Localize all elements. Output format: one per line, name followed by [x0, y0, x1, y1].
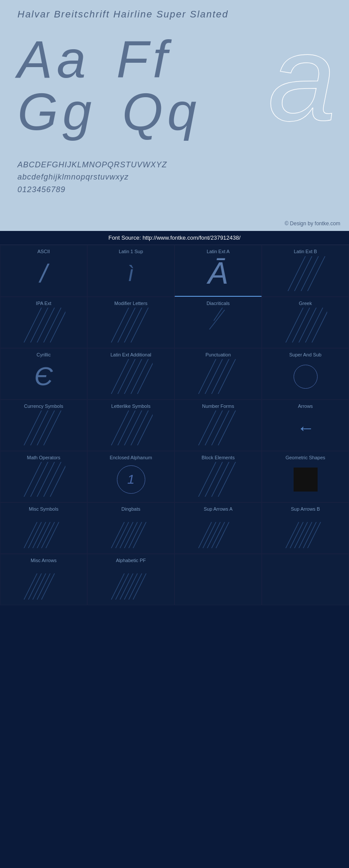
diag-svg-dingbats: [109, 513, 153, 548]
grid-cell-latin-ext-add[interactable]: Latin Ext Additional: [87, 348, 174, 400]
grid-cell-geometric[interactable]: Geometric Shapes: [262, 451, 349, 502]
circle-num-shape: 1: [117, 465, 145, 494]
grid-cell-math-ops[interactable]: Math Operators: [0, 451, 87, 502]
cell-label-dingbats: Dingbats: [89, 506, 172, 512]
cell-label-block-elements: Block Elements: [177, 455, 260, 460]
grid-cell-misc-symbols[interactable]: Misc Symbols: [0, 502, 87, 554]
grid-cell-number-forms[interactable]: Number Forms: [174, 400, 262, 451]
alphabet-upper: ABCDEFGHIJKLMNOPQRSTUVWXYZ: [17, 159, 167, 171]
grid-cell-sup-arrows-a[interactable]: Sup Arrows A: [174, 502, 262, 554]
cell-label-misc-arrows: Misc Arrows: [2, 558, 85, 563]
diag-svg-block: [196, 462, 240, 497]
diag-svg-latinadd: [109, 359, 153, 394]
svg-line-5: [31, 308, 48, 342]
svg-line-16: [292, 308, 310, 342]
hero-letter-gg: Gg: [17, 85, 96, 138]
grid-cell-ipa-ext[interactable]: IPA Ext: [0, 297, 87, 348]
svg-line-10: [118, 308, 135, 342]
svg-line-32: [44, 410, 61, 445]
diag-svg-supb: [284, 513, 327, 548]
cell-label-super-sub: Super And Sub: [264, 352, 347, 357]
diag-svg-miscarrows: [22, 565, 65, 600]
grid-section: ASCII / Latin 1 Sup ì Latin Ext A Ā Lati…: [0, 245, 349, 605]
latin-ext-a-char: Ā: [208, 258, 229, 288]
cell-preview-punctuation: [177, 359, 260, 394]
grid-cell-latin1sup[interactable]: Latin 1 Sup ì: [87, 245, 174, 297]
cell-preview-ipa-ext: [2, 308, 85, 342]
grid-cell-latin-ext-a[interactable]: Latin Ext A Ā: [174, 245, 262, 297]
grid-cell-super-sub[interactable]: Super And Sub: [262, 348, 349, 400]
cell-label-alphabetic-pf: Alphabetic PF: [89, 558, 172, 563]
svg-line-29: [24, 410, 41, 445]
grid-cell-sup-arrows-b[interactable]: Sup Arrows B: [262, 502, 349, 554]
cell-preview-greek: [264, 308, 347, 342]
font-source-text: Font Source: http://www.fontke.com/font/…: [109, 234, 241, 241]
latin1sup-char: ì: [128, 263, 134, 285]
grid-cell-ascii[interactable]: ASCII /: [0, 245, 87, 297]
cell-preview-modifier: [89, 308, 172, 342]
svg-line-47: [198, 462, 216, 497]
grid-cell-alphabetic-pf[interactable]: Alphabetic PF: [87, 554, 174, 605]
cell-preview-misc-symbols: [2, 513, 85, 548]
svg-line-11: [124, 308, 142, 342]
ascii-char: /: [40, 261, 48, 287]
svg-line-9: [111, 308, 129, 342]
grid-cell-block-elements[interactable]: Block Elements: [174, 451, 262, 502]
diag-svg-alphapf: [109, 565, 153, 600]
cell-label-latin-ext-b: Latin Ext B: [264, 249, 347, 254]
cell-preview-cyrillic: Є: [2, 359, 85, 394]
cell-label-letterlike: Letterlike Symbols: [89, 403, 172, 409]
cell-label-modifier: Modifier Letters: [89, 301, 172, 306]
cell-label-currency: Currency Symbols: [2, 403, 85, 409]
diag-svg-numforms: [196, 410, 240, 445]
cell-preview-sup-arrows-b: [264, 513, 347, 548]
grid-cell-punctuation[interactable]: Punctuation: [174, 348, 262, 400]
grid-cell-latin-ext-b[interactable]: Latin Ext B: [262, 245, 349, 297]
cell-preview-latin-ext-b: [264, 256, 347, 291]
grid-cell-modifier[interactable]: Modifier Letters: [87, 297, 174, 348]
grid-cell-enclosed-alpha[interactable]: Enclosed Alphanum 1: [87, 451, 174, 502]
hero-alphabet: ABCDEFGHIJKLMNOPQRSTUVWXYZ abcdefghijklm…: [17, 159, 167, 196]
hero-letter-aa: Aa: [17, 33, 90, 85]
grid-cell-empty-1: [174, 554, 262, 605]
diag-svg-letter: [109, 410, 153, 445]
grid-cell-empty-2: [262, 554, 349, 605]
grid-cell-currency[interactable]: Currency Symbols: [0, 400, 87, 451]
cell-preview-super-sub: [264, 359, 347, 394]
diag-svg-greek: [284, 308, 327, 342]
svg-line-14: [209, 310, 225, 329]
cell-preview-number-forms: [177, 410, 260, 445]
svg-line-4: [24, 308, 41, 342]
svg-line-28: [218, 359, 236, 394]
svg-line-6: [37, 308, 55, 342]
cell-preview-math-ops: [2, 462, 85, 497]
grid-cell-letterlike[interactable]: Letterlike Symbols: [87, 400, 174, 451]
svg-line-34: [118, 410, 135, 445]
cell-preview-enclosed-alpha: 1: [89, 462, 172, 497]
diag-svg-misc: [22, 513, 65, 548]
cell-label-latin-ext-a: Latin Ext A: [177, 249, 260, 254]
diag-svg-ipa: [22, 308, 65, 342]
grid-cell-misc-arrows[interactable]: Misc Arrows: [0, 554, 87, 605]
svg-line-18: [305, 308, 323, 342]
copyright-text: © Design by fontke.com: [284, 220, 340, 227]
grid-cell-dingbats[interactable]: Dingbats: [87, 502, 174, 554]
svg-line-38: [198, 410, 216, 445]
grid-cell-cyrillic[interactable]: Cyrillic Є: [0, 348, 87, 400]
cell-preview-letterlike: [89, 410, 172, 445]
svg-line-44: [37, 462, 55, 497]
grid-cell-arrows[interactable]: Arrows ←: [262, 400, 349, 451]
grid-cell-diacriticals[interactable]: Diacriticals: [174, 297, 262, 348]
diag-svg: [284, 256, 327, 291]
svg-line-50: [218, 462, 236, 497]
svg-line-30: [31, 410, 48, 445]
cell-preview-empty-1: [177, 558, 260, 600]
svg-line-41: [218, 410, 236, 445]
grid-cell-greek[interactable]: Greek: [262, 297, 349, 348]
hero-letter-qq: Qq: [122, 85, 201, 138]
hero-letter-ff: Ff: [116, 33, 172, 85]
cell-preview-geometric: [264, 462, 347, 497]
svg-line-40: [212, 410, 229, 445]
cell-label-latin1sup: Latin 1 Sup: [89, 249, 172, 254]
svg-line-48: [205, 462, 222, 497]
